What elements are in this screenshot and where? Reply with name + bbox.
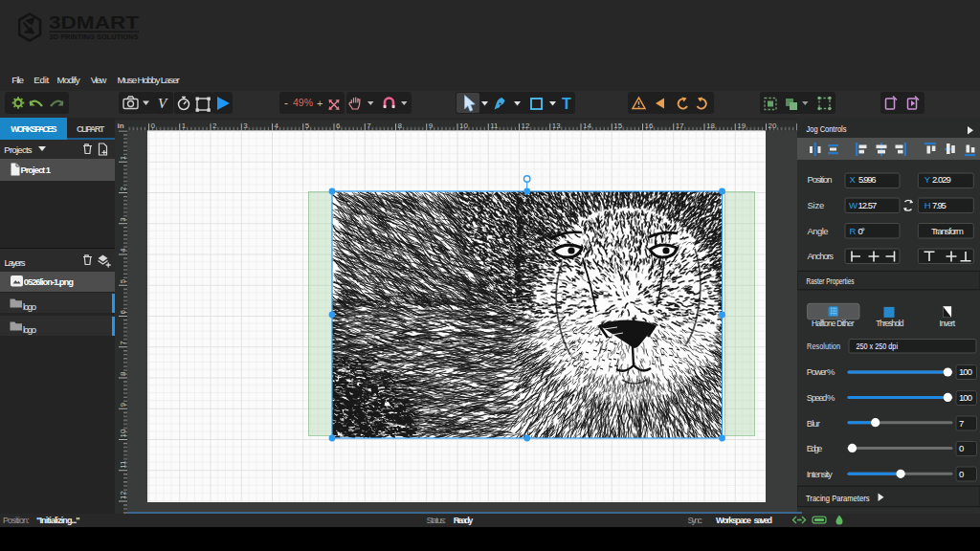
svg-text:3: 3 (243, 121, 248, 130)
svg-text:14: 14 (583, 121, 591, 130)
svg-text:Y: Y (924, 174, 931, 185)
svg-text:Transform: Transform (931, 226, 964, 236)
svg-text:17: 17 (676, 121, 684, 130)
svg-text:Position: Position (807, 174, 832, 185)
svg-text:Project 1: Project 1 (20, 165, 51, 175)
svg-text:3DMART: 3DMART (49, 13, 139, 33)
svg-text:13: 13 (552, 121, 561, 130)
svg-text:0°: 0° (858, 226, 865, 236)
svg-text:7: 7 (959, 418, 964, 429)
svg-text:-: - (284, 97, 288, 110)
svg-text:9: 9 (429, 121, 434, 130)
svg-text:View: View (91, 75, 108, 85)
svg-text:logo: logo (23, 301, 36, 312)
svg-text:6: 6 (119, 310, 127, 315)
svg-text:1: 1 (182, 121, 187, 130)
svg-text:0526lion-1.png: 0526lion-1.png (24, 276, 74, 287)
svg-text:7.95: 7.95 (932, 200, 947, 210)
svg-text:11: 11 (490, 121, 499, 130)
svg-text:"Initializing...": "Initializing..." (36, 516, 80, 525)
svg-text:2: 2 (212, 121, 217, 130)
svg-text:49%: 49% (293, 97, 313, 108)
svg-text:Muse Hobby Laser: Muse Hobby Laser (118, 75, 181, 85)
svg-text:Layers: Layers (4, 257, 25, 268)
svg-text:Jog Controls: Jog Controls (807, 123, 847, 134)
svg-text:T: T (562, 96, 571, 112)
svg-text:0: 0 (151, 121, 156, 130)
svg-text:Status:: Status: (426, 516, 446, 525)
svg-text:Halftone Dither: Halftone Dither (812, 319, 855, 328)
svg-text:9: 9 (119, 402, 127, 407)
svg-text:10: 10 (459, 121, 468, 130)
svg-text:in: in (118, 121, 124, 130)
svg-text:0: 0 (959, 469, 964, 479)
svg-text:Angle: Angle (807, 226, 828, 236)
svg-text:Sync:: Sync: (688, 516, 703, 525)
svg-text:CLIPART: CLIPART (77, 124, 105, 134)
svg-text:8: 8 (398, 121, 403, 130)
svg-text:15: 15 (613, 121, 622, 130)
svg-text:Threshold: Threshold (876, 319, 903, 328)
svg-text:Ready: Ready (454, 516, 474, 525)
svg-text:Intensity: Intensity (807, 469, 833, 479)
svg-text:16: 16 (645, 121, 654, 130)
svg-text:File: File (11, 75, 24, 85)
svg-text:18: 18 (706, 121, 715, 130)
svg-text:Position:: Position: (3, 516, 30, 525)
svg-text:X: X (850, 174, 857, 185)
svg-text:Workspace: Workspace (716, 516, 751, 525)
svg-text:4: 4 (275, 121, 279, 130)
svg-text:Resolution: Resolution (807, 341, 840, 351)
svg-text:Raster Properties: Raster Properties (807, 276, 855, 286)
svg-text:10: 10 (119, 429, 127, 437)
svg-text:Tracing Parameters: Tracing Parameters (806, 493, 870, 503)
svg-text:W: W (849, 200, 858, 210)
svg-text:1: 1 (119, 155, 127, 160)
svg-text:20: 20 (768, 121, 777, 130)
svg-text:12: 12 (119, 491, 127, 499)
svg-text:11: 11 (119, 460, 127, 469)
svg-text:+: + (317, 98, 323, 109)
svg-text:7: 7 (367, 121, 371, 130)
svg-text:Modify: Modify (57, 75, 80, 85)
svg-text:5: 5 (305, 121, 310, 130)
svg-text:8: 8 (119, 371, 127, 376)
svg-text:4: 4 (119, 248, 127, 253)
svg-text:3D PRINTING SOLUTIONS: 3D PRINTING SOLUTIONS (49, 33, 139, 40)
svg-text:Edge: Edge (807, 443, 823, 453)
svg-text:12: 12 (522, 121, 530, 130)
svg-text:WORKSPACES: WORKSPACES (11, 124, 56, 134)
svg-text:saved: saved (754, 516, 773, 525)
svg-text:Power %: Power % (807, 366, 835, 377)
svg-text:100: 100 (959, 366, 972, 377)
svg-text:5.996: 5.996 (858, 174, 877, 185)
svg-text:12.57: 12.57 (858, 200, 877, 210)
svg-text:Edit: Edit (33, 75, 49, 85)
svg-text:Projects: Projects (4, 144, 33, 155)
svg-text:R: R (850, 226, 857, 236)
svg-text:Size: Size (807, 200, 824, 210)
svg-text:5: 5 (119, 278, 127, 283)
svg-text:H: H (924, 200, 931, 210)
svg-text:6: 6 (336, 121, 341, 130)
svg-text:Blur: Blur (807, 418, 820, 429)
svg-text:Anchors: Anchors (807, 251, 834, 261)
svg-text:19: 19 (737, 121, 746, 130)
svg-text:100: 100 (959, 392, 972, 403)
svg-text:2.029: 2.029 (932, 174, 951, 185)
svg-text:0: 0 (959, 443, 964, 453)
svg-text:250 x 250 dpi: 250 x 250 dpi (856, 341, 898, 351)
svg-text:3: 3 (119, 217, 127, 222)
svg-text:2: 2 (119, 187, 127, 191)
svg-text:Invert: Invert (940, 319, 956, 328)
svg-text:Speed %: Speed % (807, 392, 835, 403)
svg-text:7: 7 (119, 341, 127, 345)
svg-text:logo: logo (23, 324, 36, 335)
